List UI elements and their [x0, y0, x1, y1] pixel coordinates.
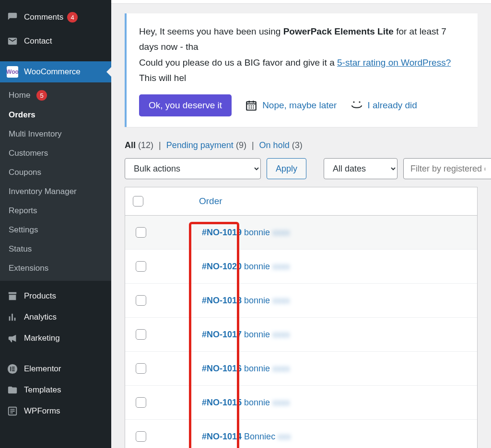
- sidebar-item-label: Contact: [24, 36, 52, 46]
- row-checkbox[interactable]: [136, 295, 146, 306]
- status-filters: All (12) | Pending payment (9) | On hold…: [111, 140, 491, 158]
- order-link[interactable]: #NO-1016: [202, 364, 242, 373]
- order-link[interactable]: #NO-1020: [202, 262, 242, 271]
- sidebar-item-comments[interactable]: Comments 4: [0, 7, 111, 28]
- sidebar-item-label: Analytics: [24, 312, 57, 322]
- form-icon: [7, 405, 18, 417]
- table-row: #NO-1017 bonnie xxxx: [125, 318, 477, 352]
- bulk-actions-select[interactable]: Bulk actions: [125, 158, 261, 179]
- sidebar-item-label: Settings: [9, 225, 38, 234]
- order-link[interactable]: #NO-1017: [202, 330, 242, 339]
- sidebar-item-marketing[interactable]: Marketing: [0, 328, 111, 349]
- orders-table: Order #NO-1019 bonnie xxxx #NO-1020 bonn…: [125, 187, 478, 448]
- sidebar-item-elementor[interactable]: Elementor: [0, 358, 111, 379]
- sidebar-item-label: Templates: [24, 385, 61, 395]
- envelope-icon: [7, 35, 18, 47]
- table-row: #NO-1020 bonnie xxxx: [125, 250, 477, 284]
- dates-select[interactable]: All dates: [324, 158, 397, 179]
- sidebar-item-wpforms[interactable]: WPForms: [0, 401, 111, 422]
- svg-rect-1: [10, 367, 11, 371]
- home-badge: 5: [36, 90, 47, 101]
- sidebar-item-label: Elementor: [24, 364, 61, 374]
- ok-deserve-button[interactable]: Ok, you deserve it: [139, 94, 232, 116]
- customer-blurred: xxxx: [272, 364, 290, 373]
- filter-all[interactable]: All (12): [125, 140, 153, 150]
- customer-blurred: xxxx: [272, 262, 290, 271]
- svg-point-8: [359, 102, 361, 103]
- sidebar-item-products[interactable]: Products: [0, 286, 111, 307]
- sidebar-item-label: WooCommerce: [24, 67, 81, 77]
- order-link[interactable]: #NO-1019: [202, 228, 242, 237]
- sidebar-item-label: Marketing: [24, 333, 60, 343]
- sidebar-item-label: Comments: [24, 12, 63, 22]
- customer-link[interactable]: bonnie: [244, 262, 270, 271]
- admin-sidebar: Comments 4 Contact Woo WooCommerce Home …: [0, 0, 111, 448]
- column-header-order[interactable]: Order: [143, 196, 222, 207]
- order-link[interactable]: #NO-1015: [202, 398, 242, 407]
- nope-later-link[interactable]: Nope, maybe later: [262, 100, 337, 111]
- sidebar-sub-status[interactable]: Status: [0, 240, 111, 259]
- sidebar-sub-extensions[interactable]: Extensions: [0, 259, 111, 278]
- elementor-icon: [7, 363, 18, 375]
- customer-blurred: xxxx: [272, 330, 290, 339]
- sidebar-item-templates[interactable]: Templates: [0, 379, 111, 401]
- customer-blurred: xxxx: [272, 398, 290, 407]
- notice-text: Hey, It seems you have been using PowerP…: [139, 24, 465, 86]
- customer-link[interactable]: bonnie: [244, 228, 270, 237]
- svg-point-7: [353, 102, 355, 103]
- select-all-checkbox[interactable]: [133, 196, 143, 207]
- svg-rect-2: [12, 367, 15, 368]
- table-row: #NO-1014 Bonniec xxx: [125, 420, 477, 448]
- customer-blurred: xxxx: [272, 296, 290, 305]
- already-did-link[interactable]: I already did: [367, 100, 417, 111]
- row-checkbox[interactable]: [136, 261, 146, 272]
- order-link[interactable]: #NO-1014: [202, 432, 242, 441]
- sidebar-sub-multi-inventory[interactable]: Multi Inventory: [0, 125, 111, 144]
- row-checkbox[interactable]: [136, 227, 146, 238]
- chart-icon: [7, 311, 18, 323]
- svg-rect-4: [12, 370, 15, 371]
- sidebar-item-contact[interactable]: Contact: [0, 31, 111, 52]
- customer-link[interactable]: bonnie: [244, 398, 270, 407]
- customer-link[interactable]: Bonniec: [244, 432, 275, 441]
- sidebar-sub-settings[interactable]: Settings: [0, 220, 111, 240]
- five-star-link[interactable]: 5-star rating on WordPress?: [337, 57, 451, 68]
- folder-icon: [7, 384, 18, 396]
- sidebar-sub-inventory-manager[interactable]: Inventory Manager: [0, 182, 111, 201]
- sidebar-sub-coupons[interactable]: Coupons: [0, 163, 111, 182]
- sidebar-item-label: Home: [9, 91, 30, 100]
- customer-link[interactable]: bonnie: [244, 330, 270, 339]
- sidebar-item-label: Customers: [9, 149, 48, 158]
- filter-customer-input[interactable]: [403, 158, 491, 179]
- sidebar-item-label: WPForms: [24, 406, 60, 416]
- sidebar-item-analytics[interactable]: Analytics: [0, 307, 111, 328]
- row-checkbox[interactable]: [136, 397, 146, 408]
- table-row: #NO-1016 bonnie xxxx: [125, 352, 477, 386]
- row-checkbox[interactable]: [136, 431, 146, 442]
- woocommerce-icon: Woo: [7, 66, 18, 78]
- sidebar-sub-orders[interactable]: Orders: [0, 105, 111, 125]
- sidebar-item-label: Multi Inventory: [9, 129, 62, 138]
- table-row: #NO-1015 bonnie xxxx: [125, 386, 477, 420]
- sidebar-item-label: Reports: [9, 206, 37, 215]
- sidebar-item-label: Coupons: [9, 168, 41, 177]
- customer-blurred: xxxx: [272, 228, 290, 237]
- smile-icon: [350, 100, 362, 111]
- sidebar-item-label: Status: [9, 244, 32, 253]
- sidebar-sub-reports[interactable]: Reports: [0, 201, 111, 220]
- apply-button[interactable]: Apply: [267, 158, 306, 179]
- svg-rect-3: [12, 368, 15, 369]
- sidebar-item-label: Products: [24, 291, 56, 301]
- table-row: #NO-1018 bonnie xxxx: [125, 284, 477, 318]
- sidebar-sub-customers[interactable]: Customers: [0, 144, 111, 163]
- order-link[interactable]: #NO-1018: [202, 296, 242, 305]
- customer-link[interactable]: bonnie: [244, 296, 270, 305]
- filter-pending[interactable]: Pending payment: [166, 140, 234, 150]
- row-checkbox[interactable]: [136, 329, 146, 340]
- sidebar-item-woocommerce[interactable]: Woo WooCommerce: [0, 61, 111, 82]
- sidebar-sub-home[interactable]: Home 5: [0, 85, 111, 105]
- comment-icon: [7, 11, 18, 23]
- row-checkbox[interactable]: [136, 363, 146, 374]
- filter-onhold[interactable]: On hold: [259, 140, 290, 150]
- customer-link[interactable]: bonnie: [244, 364, 270, 373]
